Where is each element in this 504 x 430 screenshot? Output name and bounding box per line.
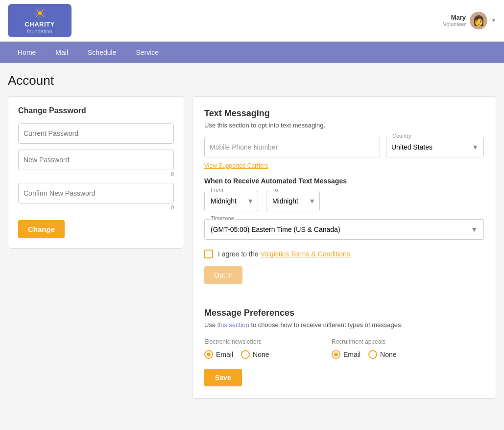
recruitment-email-radio[interactable]	[332, 350, 340, 359]
change-password-panel: Change Password 0 0 Change	[8, 96, 184, 249]
desc-part1: Use	[204, 321, 217, 329]
terms-text-part1: I agree to the	[218, 250, 260, 258]
electronic-none-option[interactable]: None	[241, 350, 269, 359]
confirm-password-count: 0	[18, 204, 174, 210]
view-carriers-link[interactable]: View Supported Carriers	[204, 162, 268, 169]
electronic-email-radio[interactable]	[204, 350, 213, 359]
save-button[interactable]: Save	[204, 369, 242, 386]
nav-home[interactable]: Home	[8, 42, 46, 63]
sun-icon: ☀	[34, 7, 46, 21]
logo-box: ☀ CHARITY foundation	[8, 4, 72, 37]
phone-country-row: Mobile Phone Number Country United State…	[204, 137, 484, 157]
recruitment-appeals-col: Recruitment appeals Email None	[332, 338, 420, 359]
terms-checkbox[interactable]	[204, 250, 213, 258]
text-messaging-title: Text Messaging	[204, 108, 484, 119]
confirm-password-input[interactable]	[18, 183, 174, 203]
message-preferences-desc: Use this section to choose how to receiv…	[204, 321, 484, 329]
confirm-password-field: 0	[18, 183, 174, 210]
message-preferences-title: Message Preferences	[204, 308, 484, 318]
user-name: Mary	[443, 14, 466, 21]
preferences-row: Electronic newsletters Email None	[204, 338, 484, 359]
current-password-input[interactable]	[18, 123, 174, 144]
electronic-email-label: Email	[216, 351, 233, 358]
avatar: 👩	[470, 12, 487, 29]
from-label: From	[210, 187, 224, 193]
electronic-newsletters-label: Electronic newsletters	[204, 338, 292, 345]
section-divider	[204, 296, 484, 296]
text-messaging-section: Text Messaging Use this section to opt i…	[204, 108, 484, 284]
text-messaging-desc: Use this section to opt into text messag…	[204, 122, 484, 129]
user-info: Mary Volunteer	[443, 14, 466, 27]
timezone-select[interactable]: (GMT-05:00) Eastern Time (US & Canada)	[205, 220, 483, 239]
recruitment-none-option[interactable]: None	[368, 350, 396, 359]
to-label: To	[271, 187, 279, 193]
to-select-box: To Midnight ▼	[266, 191, 320, 211]
when-to-receive-title: When to Receive Automated Text Messages	[204, 177, 484, 185]
nav-mail[interactable]: Mail	[46, 42, 78, 63]
right-panel: Text Messaging Use this section to opt i…	[192, 96, 496, 399]
page-container: Account Change Password 0 0 Change Text	[0, 63, 504, 408]
user-area: Mary Volunteer 👩 ▼	[443, 12, 496, 29]
electronic-newsletters-col: Electronic newsletters Email None	[204, 338, 292, 359]
recruitment-appeals-label: Recruitment appeals	[332, 338, 420, 345]
change-password-title: Change Password	[18, 106, 174, 115]
recruitment-none-label: None	[380, 351, 396, 358]
desc-link[interactable]: this section	[217, 321, 249, 329]
new-password-input[interactable]	[18, 150, 174, 170]
nav-bar: Home Mail Schedule Service	[0, 42, 504, 63]
page-title: Account	[8, 73, 496, 88]
recruitment-none-radio[interactable]	[368, 350, 377, 359]
top-bar: ☀ CHARITY foundation Mary Volunteer 👩 ▼	[0, 0, 504, 42]
desc-part2: to choose how to receive different types…	[249, 321, 403, 329]
nav-schedule[interactable]: Schedule	[78, 42, 126, 63]
new-password-count: 0	[18, 171, 174, 177]
change-password-button[interactable]: Change	[18, 220, 65, 238]
logo-area: ☀ CHARITY foundation	[8, 4, 72, 37]
terms-link[interactable]: Volgistics Terms & Conditions	[260, 250, 350, 258]
to-select[interactable]: Midnight	[266, 191, 319, 211]
timezone-wrap: Timezone (GMT-05:00) Eastern Time (US & …	[204, 219, 484, 240]
timezone-label: Timezone	[210, 215, 235, 221]
user-dropdown-arrow[interactable]: ▼	[491, 18, 496, 23]
current-password-field	[18, 123, 174, 144]
recruitment-email-option[interactable]: Email	[332, 350, 360, 359]
electronic-newsletters-radio-group: Email None	[204, 350, 292, 359]
optin-button[interactable]: Opt In	[204, 266, 242, 284]
logo-text: CHARITY	[24, 21, 54, 28]
nav-service[interactable]: Service	[126, 42, 168, 63]
terms-text: I agree to the Volgistics Terms & Condit…	[218, 250, 350, 258]
electronic-email-option[interactable]: Email	[204, 350, 233, 359]
user-role: Volunteer	[443, 21, 466, 27]
recruitment-email-label: Email	[343, 351, 360, 358]
from-select[interactable]: Midnight	[205, 191, 258, 211]
electronic-none-label: None	[253, 351, 269, 358]
recruitment-radio-group: Email None	[332, 350, 420, 359]
message-preferences-section: Message Preferences Use this section to …	[204, 308, 484, 386]
country-select-wrap: Country United States ▼	[386, 137, 484, 157]
from-select-box: From Midnight ▼	[204, 191, 258, 211]
logo-sub: foundation	[27, 28, 52, 34]
country-select[interactable]: United States	[386, 137, 483, 157]
new-password-field: 0	[18, 150, 174, 177]
from-to-row: From Midnight ▼ To Midnight ▼	[204, 191, 484, 211]
terms-row: I agree to the Volgistics Terms & Condit…	[204, 250, 484, 258]
columns: Change Password 0 0 Change Text Messagin…	[8, 96, 496, 399]
electronic-none-radio[interactable]	[241, 350, 250, 359]
country-label: Country	[391, 133, 412, 139]
phone-placeholder-text[interactable]: Mobile Phone Number	[204, 137, 380, 157]
